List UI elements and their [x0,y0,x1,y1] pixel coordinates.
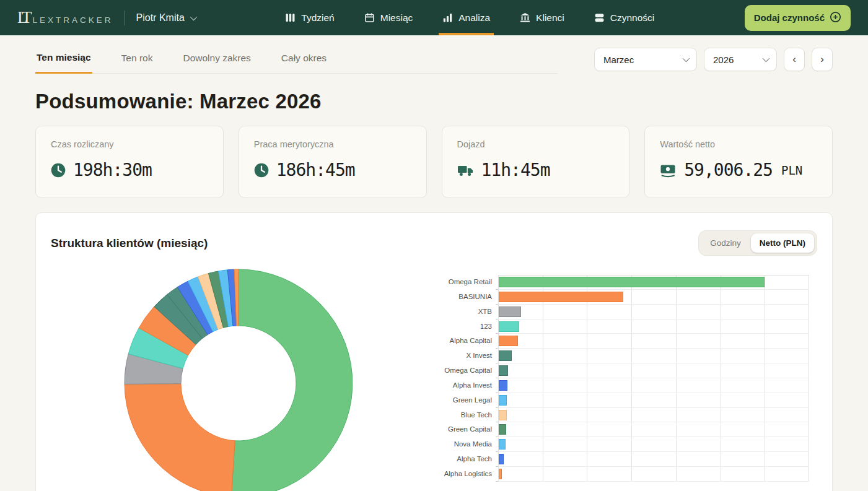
tab-cały-okres[interactable]: Cały okres [280,52,328,73]
bar-123[interactable] [499,321,519,332]
chevron-down-icon [763,55,769,62]
chart-icon [442,12,453,23]
unit-toggle: GodzinyNetto (PLN) [698,230,817,256]
chart-title: Struktura klientów (miesiąc) [51,237,208,250]
nav-item-miesiąc[interactable]: Miesiąc [364,0,413,35]
stat-card: Czas rozliczany198h:30m [35,126,224,198]
toggle-netto-pln[interactable]: Netto (PLN) [751,233,814,253]
logo-wordmark: LEXTRACKER [33,15,113,25]
stat-label: Dojazd [457,139,615,149]
bar-row: XTB [424,305,809,319]
user-menu[interactable]: Piotr Kmita [136,12,195,24]
nav-item-label: Analiza [458,12,490,24]
nav-item-analiza[interactable]: Analiza [442,0,490,35]
bar-row: Omega Capital [424,363,809,378]
bar-row: Blue Tech [424,408,809,423]
month-select[interactable]: Marzec [594,48,697,71]
bar-alpha-tech[interactable] [499,454,504,464]
top-nav: LT LEXTRACKER Piotr Kmita TydzieńMiesiąc… [0,0,868,35]
clock-icon [254,163,269,178]
add-activity-button[interactable]: Dodaj czynność [745,5,851,31]
bar-label: X Invest [424,349,492,363]
donut-segment-omega-retail[interactable] [231,269,353,491]
layers-icon [594,13,605,23]
bar-xtb[interactable] [499,306,521,317]
stat-label: Wartość netto [660,139,817,149]
bar-omega-capital[interactable] [499,365,508,376]
nav-divider [125,11,125,25]
prev-period-button[interactable]: ‹ [784,48,805,71]
stat-value: 198h:30m [73,160,152,180]
bar-omega-retail[interactable] [499,277,765,287]
user-name: Piotr Kmita [136,12,185,24]
stat-value: 186h:45m [276,160,355,180]
tab-dowolny-zakres[interactable]: Dowolny zakres [182,52,252,73]
logo-monogram: LT [17,8,33,27]
bar-track [498,275,809,290]
client-bar-chart: Omega RetailBASIUNIAXTB123Alpha CapitalX… [424,275,809,482]
nav-item-klienci[interactable]: Klienci [520,0,564,35]
bar-alpha-invest[interactable] [499,380,507,391]
bar-label: 123 [424,319,492,334]
summary-cards: Czas rozliczany198h:30mPraca merytoryczn… [35,126,833,198]
bar-label: Alpha Tech [424,452,492,467]
stat-label: Czas rozliczany [51,139,208,149]
bar-x-invest[interactable] [499,350,512,361]
bar-nova-media[interactable] [499,439,506,450]
bar-label: Blue Tech [424,408,492,423]
tab-ten-rok[interactable]: Ten rok [120,52,154,73]
period-controls: Marzec 2026 ‹ › [594,48,833,71]
bar-row: Green Legal [424,393,809,408]
bar-label: Green Legal [424,393,492,408]
nav-item-tydzień[interactable]: Tydzień [285,0,334,35]
app-logo[interactable]: LT LEXTRACKER [17,8,113,27]
clock-icon [51,163,66,178]
stat-card: Dojazd11h:45m [442,126,630,198]
bar-track [498,408,809,423]
truck-icon [457,163,474,178]
bar-green-legal[interactable] [499,395,507,406]
donut-segment-basiunia[interactable] [125,384,235,491]
bar-label: Omega Capital [424,363,492,378]
stat-card: Wartość netto59,006.25PLN [644,126,833,198]
bar-track [498,334,809,349]
bar-row: Alpha Capital [424,334,809,349]
nav-item-czynności[interactable]: Czynności [594,0,655,35]
nav-item-label: Klienci [536,12,564,24]
bar-track [498,349,809,363]
bar-row: Nova Media [424,437,809,452]
stat-card: Praca merytoryczna186h:45m [239,126,427,198]
bar-row: X Invest [424,349,809,363]
bar-label: BASIUNIA [424,290,492,305]
calendar-icon [364,12,375,23]
month-select-value: Marzec [603,54,634,65]
year-select[interactable]: 2026 [704,48,777,71]
chevron-down-icon [190,13,197,20]
bar-basiunia[interactable] [499,292,623,302]
toggle-godziny[interactable]: Godziny [701,233,750,253]
bar-track [498,422,809,437]
bar-label: Omega Retail [424,275,492,290]
plus-circle-icon [830,11,841,25]
tab-ten-miesiąc[interactable]: Ten miesiąc [35,52,92,74]
bar-track [498,452,809,467]
nav-item-label: Czynności [610,12,655,24]
bar-blue-tech[interactable] [499,410,507,420]
bar-row: 123 [424,319,809,334]
next-period-button[interactable]: › [812,48,833,71]
bar-label: Alpha Invest [424,378,492,393]
bar-alpha-capital[interactable] [499,336,518,346]
bar-green-capital[interactable] [499,424,506,435]
bar-track [498,467,809,482]
page-title: Podsumowanie: Marzec 2026 [35,90,833,113]
columns-icon [285,12,296,23]
bar-row: Alpha Logistics [424,467,809,482]
bar-label: XTB [424,305,492,319]
bar-track [498,363,809,378]
stat-label: Praca merytoryczna [254,139,411,149]
bar-alpha-logistics[interactable] [499,469,502,479]
bar-row: Omega Retail [424,275,809,290]
nav-item-label: Miesiąc [380,12,413,24]
bar-track [498,437,809,452]
bar-row: Green Capital [424,422,809,437]
